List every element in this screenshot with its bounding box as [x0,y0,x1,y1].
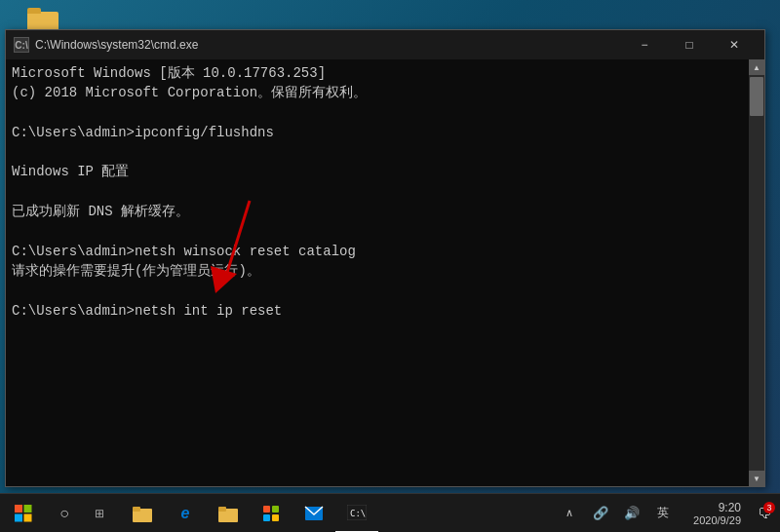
svg-rect-2 [15,505,22,513]
taskbar-app-edge[interactable]: e [164,494,207,533]
cmd-body: Microsoft Windows [版本 10.0.17763.253] (c… [6,59,764,486]
scroll-thumb[interactable] [750,77,763,116]
cmd-title-icon: C:\ [14,37,29,53]
svg-rect-13 [272,514,279,521]
windows-logo-icon [15,505,32,522]
mail-icon [304,504,324,523]
svg-rect-12 [263,514,270,521]
edge-icon: e [176,504,195,523]
cmd-scrollbar[interactable]: ▲ ▼ [749,59,764,486]
taskbar: ○ ⊞ e [0,493,780,532]
taskbar-app-cmd[interactable]: C:\ [335,494,378,533]
search-button[interactable]: ○ [47,494,82,533]
notification-badge: 3 [763,502,775,513]
systray-network[interactable]: 🔗 [587,494,614,533]
file-explorer-icon [133,504,152,523]
taskbar-pinned-apps: e [121,494,378,533]
overflow-icon: ∧ [566,507,573,519]
taskbar-app-file-explorer[interactable] [121,494,164,533]
close-button[interactable]: ✕ [712,30,757,59]
scroll-track [749,75,764,471]
scroll-up-arrow[interactable]: ▲ [749,59,764,75]
taskbar-app-store[interactable] [250,494,292,533]
svg-rect-9 [218,507,226,512]
system-tray: ∧ 🔗 🔊 英 9:20 2020/9/29 🗨 [556,494,780,533]
systray-language[interactable]: 英 [649,494,677,533]
task-view-button[interactable]: ⊞ [82,494,117,533]
explorer2-icon [218,504,238,523]
clock-time: 9:20 [719,501,741,514]
svg-rect-10 [263,506,270,513]
cmd-content: Microsoft Windows [版本 10.0.17763.253] (c… [12,63,759,321]
network-icon: 🔗 [593,506,608,520]
start-button[interactable] [0,494,47,533]
svg-rect-11 [272,506,279,513]
volume-icon: 🔊 [624,506,640,520]
cmd-icon: C:\ [347,503,367,522]
clock-date: 2020/9/29 [693,514,741,526]
taskbar-app-mail[interactable] [292,494,335,533]
cmd-window: C:\ C:\Windows\system32\cmd.exe − □ ✕ Mi… [5,29,765,487]
svg-text:C:\: C:\ [350,509,366,518]
store-icon [261,504,281,523]
notification-icon: 🗨 3 [758,506,771,521]
task-view-icon: ⊞ [95,507,104,520]
svg-rect-4 [15,513,22,521]
minimize-button[interactable]: − [622,30,667,59]
cmd-titlebar: C:\ C:\Windows\system32\cmd.exe − □ ✕ [6,30,764,59]
systray-overflow[interactable]: ∧ [556,494,583,533]
svg-rect-7 [133,507,140,512]
language-indicator: 英 [657,505,669,521]
svg-rect-5 [24,513,32,521]
notification-button[interactable]: 🗨 3 [753,494,776,533]
svg-rect-3 [24,505,32,513]
systray-volume[interactable]: 🔊 [618,494,645,533]
search-icon: ○ [59,505,69,522]
systray-clock[interactable]: 9:20 2020/9/29 [681,494,749,533]
taskbar-app-explorer2[interactable] [207,494,250,533]
maximize-button[interactable]: □ [667,30,712,59]
window-controls: − □ ✕ [622,30,757,59]
scroll-down-arrow[interactable]: ▼ [749,471,764,486]
desktop: C:\ C:\Windows\system32\cmd.exe − □ ✕ Mi… [0,0,780,532]
cmd-title-text: C:\Windows\system32\cmd.exe [35,38,622,52]
